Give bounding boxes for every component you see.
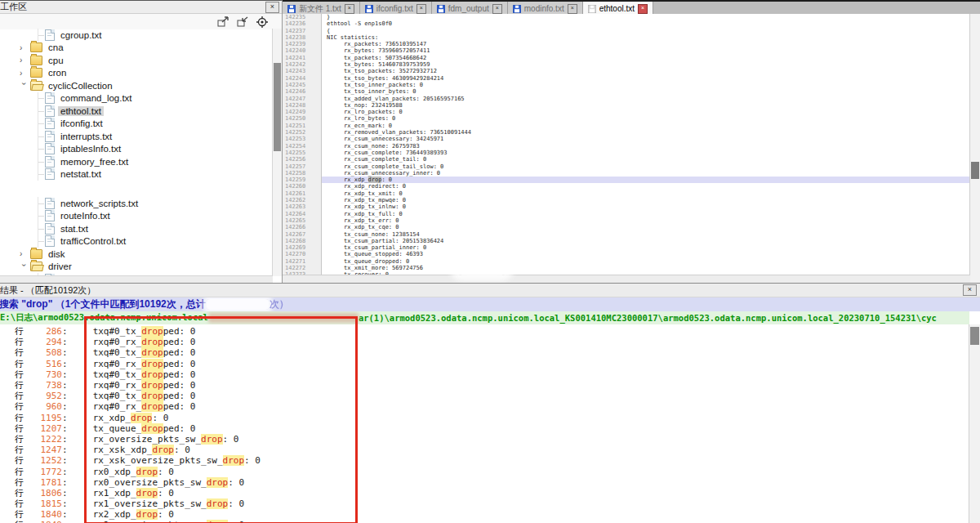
tree-item-stat-txt[interactable]: stat.txt — [0, 222, 273, 235]
chevron-expanded-icon[interactable]: › — [19, 83, 29, 91]
chevron-collapsed-icon[interactable]: › — [20, 68, 28, 78]
search-result-row[interactable]: 行1840:rx2_xdp_drop: 0 — [0, 509, 969, 520]
search-result-row[interactable]: 行1806:rx1_xdp_drop: 0 — [0, 488, 969, 498]
gutter-line-number: 142240 — [283, 47, 321, 54]
tree-item-label: cyclicCollection — [46, 81, 115, 91]
search-result-row[interactable]: 行294:rxq#0_rx_dropped: 0 — [0, 337, 969, 347]
search-result-row[interactable]: 行730:txq#0_tx_dropped: 0 — [0, 369, 969, 380]
tab-close-icon[interactable]: × — [568, 4, 577, 14]
chevron-expanded-icon[interactable]: › — [19, 263, 29, 271]
close-icon[interactable]: × — [265, 2, 279, 13]
row-line-number: 516 — [24, 359, 62, 369]
file-icon — [45, 168, 55, 180]
editor-vertical-scrollbar[interactable] — [969, 14, 980, 283]
chevron-collapsed-icon[interactable]: › — [20, 42, 28, 53]
tree-item-label: cron — [46, 68, 69, 78]
editor-horizontal-scrollbar[interactable] — [283, 275, 970, 283]
file-icon — [45, 223, 55, 235]
code-line: rx_xdp_tx_inlnw: 0 — [322, 203, 970, 210]
tree-item-interrupts-txt[interactable]: interrupts.txt — [0, 130, 273, 143]
search-result-row[interactable]: 行952:txq#0_tx_dropped: 0 — [0, 391, 969, 401]
tree-item-driver[interactable]: ›driver — [0, 261, 273, 274]
search-result-row[interactable]: 行1849:rx2_oversize_pkts_sw_drop: 0 — [0, 520, 969, 523]
tree-item-iptablesinfo-txt[interactable]: iptablesInfo.txt — [0, 143, 273, 156]
tree-item-cycliccollection[interactable]: ›cyclicCollection — [0, 79, 273, 92]
scrollbar-thumb[interactable] — [970, 327, 979, 345]
row-match-text: txq#0_tx_dropped: 0 — [93, 391, 196, 401]
scrollbar-thumb[interactable] — [274, 63, 281, 151]
tree-item-network-scripts-txt[interactable]: network_scripts.txt — [0, 197, 273, 210]
tree-item-cgroup-txt[interactable]: cgroup.txt — [0, 29, 273, 42]
tree-item-command-log-txt[interactable]: command_log.txt — [0, 92, 273, 105]
tree-item-routeinfo-txt[interactable]: routeInfo.txt — [0, 210, 273, 223]
search-result-row[interactable]: 行286:txq#0_tx_dropped: 0 — [0, 326, 969, 337]
search-result-row[interactable]: 行1815:rx1_oversize_pkts_sw_drop: 0 — [0, 498, 969, 509]
tab-close-icon[interactable]: × — [492, 4, 502, 14]
tree-item-ifconfig-txt[interactable]: ifconfig.txt — [0, 118, 273, 131]
tab-close-icon[interactable]: × — [345, 4, 354, 14]
tree-vertical-scrollbar[interactable] — [272, 29, 282, 276]
app-window: 工作区 × cgroup.txt›cna›cpu›cron›cyclicColl… — [0, 0, 980, 523]
code-line: tx_tso_packets: 35272932712 — [322, 68, 970, 74]
row-colon: : — [62, 477, 68, 488]
code-line: rx_ecn_mark: 0 — [322, 123, 970, 129]
search-result-row[interactable]: 行738:rxq#0_rx_dropped: 0 — [0, 380, 969, 391]
results-file-path[interactable]: E:\日志\armod0523.odata.ncmp.unicom.local … — [0, 311, 969, 324]
search-result-row[interactable]: 行1195:rx_xdp_drop: 0 — [0, 413, 969, 423]
tab-close-icon[interactable]: × — [638, 4, 648, 14]
search-result-row[interactable]: 行1247:rx_xsk_xdp_drop: 0 — [0, 445, 969, 455]
match-highlight: drop — [141, 326, 163, 337]
tree-item-label: stat.txt — [58, 224, 91, 234]
search-result-row[interactable]: 行516:rxq#0_rx_dropped: 0 — [0, 359, 969, 369]
file-icon — [45, 29, 55, 41]
folder-icon — [30, 56, 42, 65]
row-line-number: 1772 — [24, 467, 62, 477]
chevron-collapsed-icon[interactable]: › — [20, 55, 28, 65]
workspace-titlebar: 工作区 × — [0, 1, 282, 14]
search-result-row[interactable]: 行1207:tx_queue_dropped: 0 — [0, 423, 969, 434]
row-match-text: tx_queue_dropped: 0 — [93, 423, 196, 434]
row-match-text: rx_xsk_xdp_drop: 0 — [93, 445, 190, 455]
search-result-row[interactable]: 行960:rxq#0_rx_dropped: 0 — [0, 401, 969, 412]
tree-item-netstat-txt[interactable]: netstat.txt — [0, 168, 273, 181]
close-icon[interactable]: × — [963, 284, 977, 296]
editor-code-area[interactable]: }ethtool -S enp1s0f0{NIC statistics: rx_… — [322, 14, 970, 275]
match-highlight: drop — [141, 347, 163, 358]
match-highlight: drop — [141, 380, 163, 391]
tree-item-trafficcontrol-txt[interactable]: trafficControl.txt — [0, 235, 273, 248]
locate-file-icon[interactable] — [256, 16, 269, 27]
code-line: rx_csum_none: 26759783 — [322, 143, 970, 150]
editor-body[interactable]: 1422351422361422371422381422391422401422… — [283, 14, 970, 275]
results-vertical-scrollbar[interactable] — [969, 324, 980, 523]
tree-item-disk[interactable]: ›disk — [0, 248, 273, 261]
tree-item-ethtool-txt[interactable]: ethtool.txt — [0, 105, 273, 118]
code-line: rx_csum_complete_tail_slow: 0 — [322, 163, 970, 170]
scrollbar-thumb[interactable] — [971, 162, 979, 179]
tab-label: ifconfig.txt — [376, 4, 413, 13]
search-result-row[interactable]: 行508:txq#0_tx_dropped: 0 — [0, 347, 969, 358]
tree-item-label: trafficControl.txt — [58, 236, 128, 246]
tree-item-label: network_scripts.txt — [58, 199, 140, 208]
row-line-number: 294 — [24, 337, 62, 347]
gutter-line-number: 142237 — [283, 28, 321, 34]
search-result-row[interactable]: 行1252:rx_xsk_oversize_pkts_sw_drop: 0 — [0, 455, 969, 466]
tree-item-cron[interactable]: ›cron — [0, 67, 273, 80]
collapse-all-icon[interactable] — [237, 16, 249, 27]
search-result-row[interactable]: 行1772:rx0_xdp_drop: 0 — [0, 466, 969, 476]
workspace-panel: 工作区 × cgroup.txt›cna›cpu›cron›cyclicColl… — [0, 0, 283, 284]
chevron-collapsed-icon[interactable]: › — [20, 248, 28, 259]
tree-item-label: memory_free.txt — [58, 157, 131, 167]
search-result-row[interactable]: 行1781:rx0_oversize_pkts_sw_drop: 0 — [0, 477, 969, 488]
gutter-line-number: 142247 — [283, 96, 321, 102]
tree-item-cna[interactable]: ›cna — [0, 42, 273, 55]
search-result-row[interactable]: 行1222:rx_oversize_pkts_sw_drop: 0 — [0, 434, 969, 445]
gutter-line-number: 142251 — [283, 123, 321, 129]
file-icon — [45, 92, 55, 104]
tab-close-icon[interactable]: × — [416, 4, 426, 14]
expand-all-icon[interactable] — [217, 16, 229, 27]
tree-item-memory-free-txt[interactable]: memory_free.txt — [0, 155, 273, 168]
tree-item-cpu[interactable]: ›cpu — [0, 54, 273, 67]
match-highlight: drop — [141, 423, 163, 434]
row-line-number: 960 — [24, 401, 62, 412]
code-line: { — [322, 28, 970, 34]
